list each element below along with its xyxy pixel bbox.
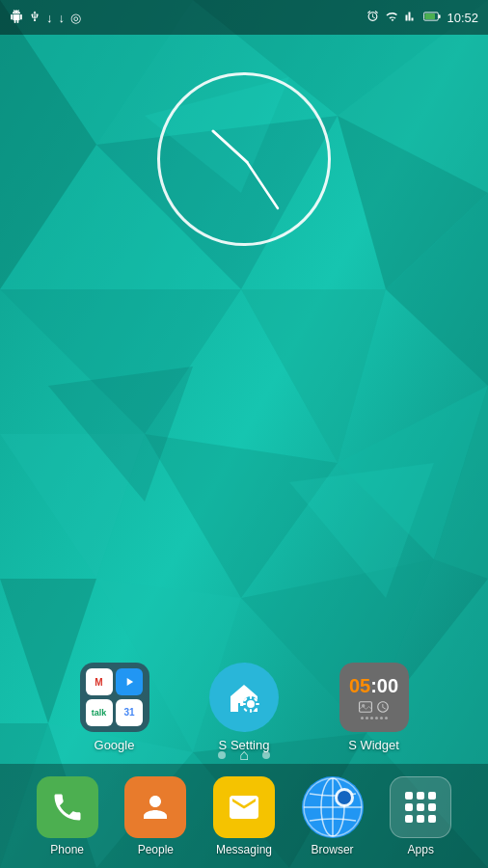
svg-rect-58 (417, 803, 424, 811)
svg-rect-57 (405, 803, 413, 811)
svg-rect-54 (405, 792, 413, 800)
svg-rect-62 (428, 815, 436, 823)
svg-rect-37 (250, 695, 252, 699)
ssetting-icon[interactable] (209, 663, 279, 732)
page-dot-left[interactable] (218, 751, 226, 759)
people-dock-item[interactable]: People (124, 776, 186, 856)
svg-point-53 (338, 791, 351, 804)
svg-rect-31 (439, 14, 441, 18)
messaging-label: Messaging (216, 843, 272, 856)
swidget-hour: 05 (349, 675, 370, 697)
clock-widget (157, 72, 331, 246)
phone-svg (50, 790, 85, 825)
swidget-colon: : (370, 675, 377, 697)
time-display: 10:52 (447, 11, 478, 25)
swidget-app[interactable]: 05 : 00 (339, 663, 409, 752)
wifi-icon (385, 11, 398, 25)
battery-icon (423, 11, 441, 25)
svg-line-32 (213, 131, 247, 162)
phone-icon[interactable] (37, 776, 98, 838)
dock: Phone People Messaging (0, 764, 488, 868)
google-folder-icon[interactable]: M talk 31 (80, 663, 149, 732)
apps-dock-item[interactable]: Apps (390, 776, 451, 856)
svg-point-36 (247, 700, 255, 708)
people-label: People (138, 843, 174, 856)
talk-mini-icon: talk (86, 699, 113, 726)
svg-rect-40 (256, 703, 259, 705)
status-icons-right: 10:52 (366, 10, 478, 25)
page-indicators: ⌂ (0, 746, 488, 764)
page-dot-right[interactable] (262, 751, 270, 759)
svg-rect-39 (242, 703, 246, 705)
clock-face (157, 72, 331, 246)
disc-icon: ◎ (70, 11, 81, 25)
messaging-svg (227, 790, 261, 825)
svg-rect-55 (417, 792, 424, 800)
clock-hands-svg (160, 75, 334, 249)
swidget-time-display: 05 : 00 (349, 675, 398, 697)
signal-icon (404, 11, 418, 25)
svg-rect-59 (428, 803, 436, 811)
swidget-photo-icon (359, 701, 372, 713)
browser-dock-item[interactable]: Browser (302, 776, 364, 856)
ssetting-bg (209, 663, 279, 732)
phone-label: Phone (50, 843, 84, 856)
browser-label: Browser (312, 843, 354, 856)
swidget-bg: 05 : 00 (339, 663, 409, 732)
people-svg (138, 790, 173, 825)
google-folder-app[interactable]: M talk 31 Google (80, 663, 149, 752)
messaging-dock-item[interactable]: Messaging (213, 776, 275, 856)
swidget-dots (361, 717, 388, 719)
swidget-icon[interactable]: 05 : 00 (339, 663, 409, 732)
svg-rect-60 (405, 815, 413, 823)
gmail-mini-icon: M (86, 668, 113, 695)
svg-rect-30 (425, 14, 436, 19)
swidget-minute: 00 (377, 675, 398, 697)
android-icon (10, 10, 23, 26)
settings-gear-svg (224, 677, 264, 718)
svg-rect-56 (428, 792, 436, 800)
phone-dock-item[interactable]: Phone (37, 776, 98, 856)
swidget-bottom-row (359, 700, 390, 714)
browser-icon[interactable] (302, 776, 364, 838)
apps-grid-svg (401, 788, 440, 827)
ssetting-app[interactable]: S Setting (209, 663, 279, 752)
status-icons-left: ↓ ↓ ◎ (10, 10, 81, 26)
status-bar: ↓ ↓ ◎ 1 (0, 0, 488, 35)
download-icon-2: ↓ (59, 11, 66, 25)
app-row: M talk 31 Google (0, 663, 488, 752)
messaging-icon[interactable] (213, 776, 275, 838)
download-icon-1: ↓ (46, 11, 53, 25)
swidget-alarm-icon (376, 700, 390, 714)
apps-label: Apps (408, 843, 434, 856)
svg-rect-61 (417, 815, 424, 823)
people-icon[interactable] (124, 776, 186, 838)
calendar-mini-icon: 31 (116, 699, 143, 726)
play-mini-icon (116, 668, 143, 695)
apps-icon[interactable] (390, 776, 451, 838)
svg-rect-38 (250, 709, 252, 713)
home-indicator[interactable]: ⌂ (235, 746, 253, 764)
usb-icon (29, 10, 41, 26)
alarm-icon (366, 10, 379, 25)
folder-grid: M talk 31 (80, 663, 149, 732)
browser-globe-svg (302, 776, 364, 838)
svg-line-33 (247, 162, 278, 208)
